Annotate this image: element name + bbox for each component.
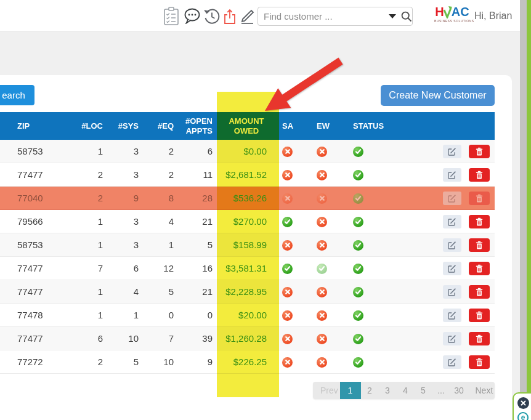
cross-icon [282, 334, 293, 344]
cell-ew [313, 239, 344, 251]
export-icon[interactable] [221, 7, 239, 25]
widget-green-edge [527, 0, 531, 420]
page-30[interactable]: 30 [450, 382, 468, 399]
cell-zip: 77477 [0, 263, 68, 273]
edit-button[interactable] [443, 309, 461, 322]
page-ellipsis[interactable]: ... [432, 382, 450, 399]
pagination: Prev12345...30Next [313, 382, 495, 399]
page-1[interactable]: 1 [340, 382, 361, 399]
cell-actions [394, 215, 495, 228]
vertical-scrollbar[interactable] [520, 0, 527, 400]
search-input[interactable] [264, 11, 386, 22]
cell-zip: 77272 [0, 357, 68, 367]
cell-ew [313, 262, 344, 274]
cell-zip: 77477 [0, 286, 68, 297]
cross-icon [317, 334, 327, 344]
cell-sys: 3 [103, 216, 139, 227]
edit-button[interactable] [443, 332, 461, 345]
delete-button[interactable] [469, 309, 490, 322]
hvac-logo[interactable]: H AC BUSINESS SOLUTIONS [434, 5, 470, 23]
cell-amount: $1,260.28 [213, 333, 280, 344]
edit-button[interactable] [443, 168, 461, 182]
cell-actions [394, 168, 495, 182]
edit-button[interactable] [443, 262, 461, 275]
delete-button[interactable] [469, 215, 490, 228]
check-icon [282, 264, 293, 274]
cell-actions [394, 192, 495, 205]
check-icon [353, 193, 363, 204]
cell-ew [313, 333, 344, 344]
cell-status [344, 333, 394, 344]
cell-sa [280, 262, 313, 274]
cross-icon [317, 310, 327, 321]
delete-button[interactable] [469, 192, 490, 205]
edit-pencil-icon[interactable] [238, 7, 256, 25]
delete-button[interactable] [469, 145, 490, 158]
close-icon[interactable] [517, 397, 529, 409]
edit-button[interactable] [443, 355, 461, 369]
page-5[interactable]: 5 [415, 382, 432, 399]
cross-icon [317, 357, 327, 368]
page-2[interactable]: 2 [361, 382, 379, 399]
cell-appts: 0 [174, 310, 213, 320]
content-panel: earch Create New Customer ZIP#LOC#SYS#EQ… [0, 75, 512, 420]
edit-button[interactable] [443, 215, 461, 228]
column-header-amount: AMOUNT OWED [213, 116, 280, 135]
cell-loc: 1 [68, 146, 103, 156]
cell-loc: 1 [68, 286, 103, 297]
history-icon[interactable] [202, 7, 221, 25]
edit-button[interactable] [443, 145, 461, 158]
table-row: 7956613421$270.00 [0, 210, 495, 233]
cell-zip: 77477 [0, 169, 68, 180]
check-icon [353, 357, 363, 368]
check-icon [353, 310, 363, 321]
cell-actions [394, 332, 495, 345]
cell-status [344, 356, 394, 368]
create-new-customer-button[interactable]: Create New Customer [381, 85, 495, 106]
cell-sa [280, 239, 313, 251]
check-icon [317, 264, 327, 274]
table-row: 77477610739$1,260.28 [0, 327, 495, 350]
clipboard-icon[interactable] [162, 7, 180, 25]
table-row: 587531326$0.00 [0, 140, 495, 163]
cell-sys: 9 [103, 193, 139, 203]
cell-eq: 8 [139, 193, 174, 203]
check-icon [282, 217, 293, 227]
delete-button[interactable] [469, 332, 490, 345]
search-button[interactable]: earch [0, 85, 34, 105]
column-header-ew: EW [313, 121, 344, 131]
cell-appts: 21 [174, 286, 213, 297]
delete-button[interactable] [469, 168, 490, 182]
cell-status [344, 192, 394, 204]
cell-zip: 58753 [0, 146, 68, 156]
chat-icon[interactable] [183, 7, 201, 25]
cell-actions [394, 238, 495, 252]
cell-ew [313, 192, 344, 204]
delete-button[interactable] [469, 262, 490, 275]
delete-button[interactable] [469, 238, 490, 252]
table-row: 7747714521$2,228.95 [0, 280, 495, 304]
check-icon [353, 147, 363, 157]
page-3[interactable]: 3 [379, 382, 397, 399]
table-row: 774781100$20.00 [0, 304, 495, 327]
edit-button[interactable] [443, 238, 461, 252]
cell-amount: $20.00 [213, 310, 280, 320]
page-4[interactable]: 4 [397, 382, 415, 399]
delete-button[interactable] [469, 355, 490, 369]
page-next[interactable]: Next [468, 382, 495, 399]
check-icon [353, 217, 363, 227]
table-row: 7704029828$536.26 [0, 187, 495, 210]
edit-button[interactable] [443, 192, 461, 205]
cell-sys: 3 [103, 240, 139, 250]
e-widget-icon[interactable]: e [517, 412, 529, 420]
edit-button[interactable] [443, 285, 461, 299]
cell-amount: $0.00 [213, 146, 280, 156]
search-icon[interactable] [401, 11, 412, 22]
cell-ew [313, 309, 344, 321]
cross-icon [282, 170, 293, 180]
delete-button[interactable] [469, 285, 490, 299]
chevron-down-icon[interactable] [389, 14, 396, 18]
cell-ew [313, 216, 344, 227]
cross-icon [317, 287, 327, 297]
page-prev[interactable]: Prev [313, 382, 340, 399]
